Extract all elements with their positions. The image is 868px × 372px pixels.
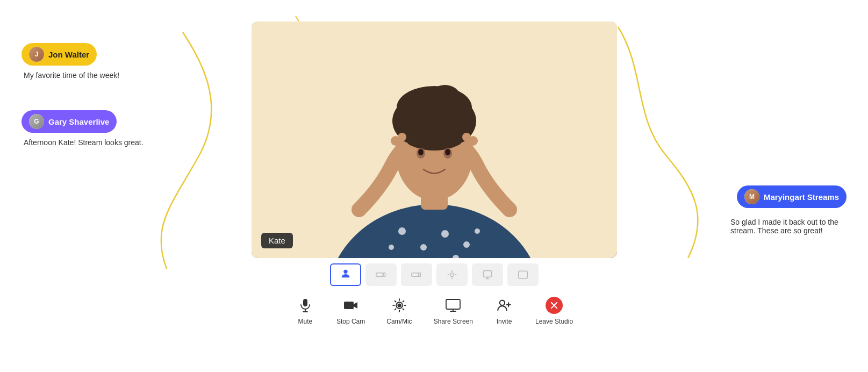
participant-slot-6[interactable]	[507, 263, 539, 286]
svg-point-25	[462, 133, 471, 141]
leave-studio-button[interactable]: Leave Studio	[535, 296, 573, 325]
cam-mic-button[interactable]: Cam/Mic	[386, 296, 412, 325]
settings-icon	[392, 298, 407, 313]
jon-avatar-inner: J	[29, 47, 44, 62]
invite-person-icon	[497, 298, 512, 313]
invite-icon-wrap	[494, 296, 514, 315]
invite-button[interactable]: Invite	[494, 296, 514, 325]
video-person: Kate	[252, 22, 617, 258]
chat-bubble-gary: G Gary Shaverlive Afternoon Kate! Stream…	[21, 110, 144, 147]
gary-name: Gary Shaverlive	[48, 117, 109, 126]
participant-person-icon	[340, 268, 351, 282]
participant-slot-1[interactable]	[330, 263, 361, 286]
participant-slot-5[interactable]	[472, 263, 503, 286]
share-screen-button[interactable]: Share Screen	[434, 296, 473, 325]
chat-bubble-jon: J Jon Walter My favorite time of the wee…	[21, 43, 119, 80]
svg-point-18	[418, 149, 424, 155]
jon-name: Jon Walter	[48, 50, 89, 59]
mic-icon	[298, 298, 312, 313]
gary-avatar: G	[29, 114, 44, 129]
speaker-name-badge: Kate	[261, 233, 293, 248]
svg-point-9	[389, 245, 394, 250]
mary-tag: M Maryingart Streams	[737, 185, 847, 208]
svg-point-5	[463, 241, 470, 248]
svg-rect-36	[446, 299, 460, 309]
mary-message: So glad I made it back out to the stream…	[728, 218, 847, 235]
jon-avatar: J	[29, 47, 44, 62]
mute-button[interactable]: Mute	[296, 296, 315, 325]
svg-point-19	[445, 149, 450, 155]
participant-slot-4[interactable]	[436, 263, 468, 286]
svg-point-26	[343, 269, 347, 273]
svg-point-2	[398, 227, 406, 235]
participant-slot-3[interactable]	[401, 263, 432, 286]
svg-point-15	[430, 85, 460, 109]
svg-point-22	[398, 133, 406, 141]
gary-tag: G Gary Shaverlive	[21, 110, 117, 133]
share-screen-icon-wrap	[443, 296, 463, 315]
jon-message: My favorite time of the week!	[21, 71, 119, 80]
mary-avatar-inner: M	[744, 189, 759, 204]
toolbar-area: Mute Stop Cam Cam/Mic	[252, 263, 617, 325]
video-feed: Kate	[252, 22, 617, 258]
camera-icon	[343, 299, 359, 312]
mute-label: Mute	[298, 318, 313, 325]
svg-rect-33	[344, 302, 354, 309]
svg-point-4	[441, 230, 449, 238]
chat-bubble-mary: M Maryingart Streams So glad I made it b…	[728, 185, 847, 235]
stop-cam-label: Stop Cam	[336, 318, 365, 325]
svg-point-27	[450, 273, 454, 277]
svg-point-39	[500, 301, 505, 305]
leave-red-circle	[546, 297, 563, 314]
close-icon	[549, 301, 559, 310]
svg-rect-28	[484, 271, 492, 277]
stop-cam-button[interactable]: Stop Cam	[336, 296, 365, 325]
mary-avatar: M	[744, 189, 759, 204]
mary-name: Maryingart Streams	[764, 192, 839, 202]
leave-studio-label: Leave Studio	[535, 318, 573, 325]
svg-point-34	[397, 304, 401, 307]
leave-icon-wrap	[544, 296, 564, 315]
jon-tag: J Jon Walter	[21, 43, 97, 66]
toolbar-buttons: Mute Stop Cam Cam/Mic	[296, 296, 573, 325]
cam-mic-label: Cam/Mic	[386, 318, 412, 325]
participant-bar	[330, 263, 539, 286]
gary-message: Afternoon Kate! Stream looks great.	[21, 138, 144, 147]
svg-rect-30	[303, 299, 307, 306]
invite-label: Invite	[497, 318, 512, 325]
stop-cam-icon-wrap	[341, 296, 361, 315]
share-screen-label: Share Screen	[434, 318, 473, 325]
svg-rect-29	[519, 271, 528, 278]
cam-mic-icon-wrap	[390, 296, 409, 315]
participant-slot-2[interactable]	[365, 263, 397, 286]
gary-avatar-inner: G	[29, 114, 44, 129]
mute-icon-wrap	[296, 296, 315, 315]
svg-point-3	[420, 244, 427, 251]
svg-point-10	[475, 228, 480, 234]
monitor-icon	[445, 298, 461, 312]
